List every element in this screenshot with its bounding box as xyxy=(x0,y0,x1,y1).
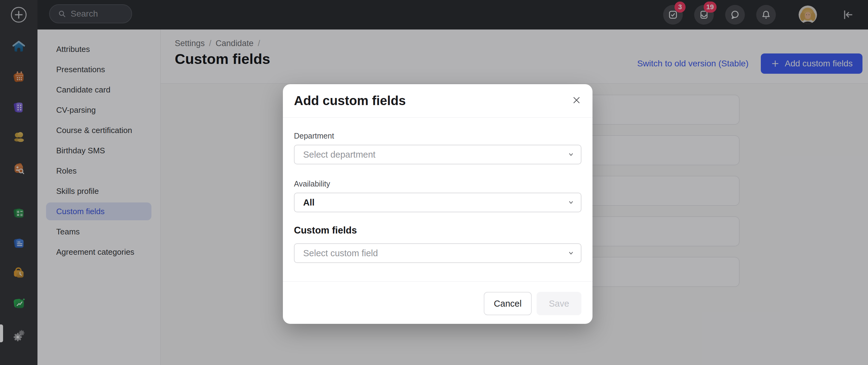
close-button[interactable] xyxy=(570,93,583,107)
chevron-down-icon xyxy=(568,200,574,205)
modal-header: Add custom fields xyxy=(283,84,592,118)
availability-select[interactable]: All xyxy=(294,193,582,212)
availability-value: All xyxy=(303,197,314,208)
department-placeholder: Select department xyxy=(303,150,375,160)
close-icon xyxy=(572,96,581,105)
custom-fields-section-heading: Custom fields xyxy=(294,224,582,236)
custom-field-select[interactable]: Select custom field xyxy=(294,243,582,263)
department-select[interactable]: Select department xyxy=(294,145,582,164)
chevron-down-icon xyxy=(568,152,574,157)
add-custom-fields-modal: Add custom fields Department Select depa… xyxy=(283,84,592,324)
modal-footer: Cancel Save xyxy=(283,281,592,324)
custom-field-placeholder: Select custom field xyxy=(303,248,378,258)
modal-title: Add custom fields xyxy=(294,94,582,108)
save-button[interactable]: Save xyxy=(536,292,582,315)
chevron-down-icon xyxy=(568,250,574,256)
app-root: Search 3 19 xyxy=(0,0,868,365)
availability-label: Availability xyxy=(294,179,582,188)
department-label: Department xyxy=(294,131,582,141)
cancel-button[interactable]: Cancel xyxy=(484,292,532,315)
modal-body: Department Select department Availabilit… xyxy=(283,118,592,281)
